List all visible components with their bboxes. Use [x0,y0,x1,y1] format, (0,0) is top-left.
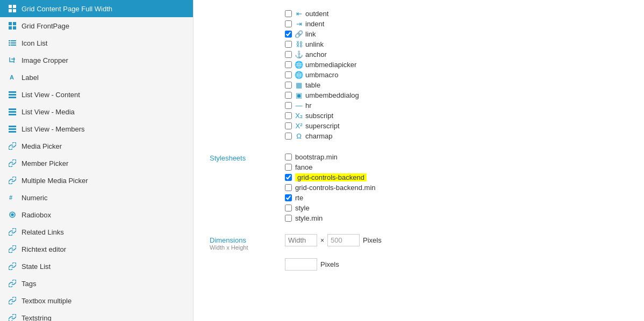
label-umbmacro[interactable]: 🌐umbmacro [295,71,338,79]
sidebar-item-richtext-editor[interactable]: Richtext editor [0,240,193,258]
sidebar-item-state-list[interactable]: State List [0,258,193,275]
sidebar-item-label: Media Picker [22,142,62,150]
label-text-umbmacro: umbmacro [305,71,338,79]
label-link[interactable]: 🔗link [295,30,316,38]
sidebar-item-radiobox[interactable]: Radiobox [0,206,193,223]
ss-label-style-min[interactable]: style.min [295,214,323,222]
sidebar-item-grid-content-full[interactable]: Grid Content Page Full Width [0,0,193,17]
checkbox-indent[interactable] [285,20,292,27]
sidebar-item-label: Icon List [22,39,47,47]
stylesheet-checkbox-grid-controls-backend: grid-controls-backend [285,172,628,183]
ss-label-bootstrap-min[interactable]: bootstrap.min [295,153,338,161]
sidebar-item-tags[interactable]: Tags [0,275,193,292]
sidebar-item-label: Radiobox [22,211,51,219]
label-table[interactable]: ▦table [295,81,320,89]
sidebar-item-grid-frontpage[interactable]: Grid FrontPage [0,17,193,34]
label-text-subscript: subscript [305,112,333,120]
svg-rect-5 [13,22,16,25]
pixels-label: Pixels [320,260,339,268]
label-indent[interactable]: ⇥indent [295,20,324,28]
ss-checkbox-style-min[interactable] [285,215,292,222]
dimensions-controls: × Pixels [285,234,628,246]
ss-label-text-style-min: style.min [295,214,323,222]
sidebar-item-label: Grid Content Page Full Width [22,5,112,13]
icon-umbembeddialog: ▣ [295,92,303,99]
sidebar-icon-textstring [8,313,17,321]
sidebar-item-label: Textbox multiple [22,297,71,305]
checkbox-umbmacro[interactable] [285,71,292,78]
sidebar-item-list-view-media[interactable]: List View - Media [0,103,193,120]
label-umbembeddialog[interactable]: ▣umbembeddialog [295,91,359,99]
ss-checkbox-rte[interactable] [285,194,292,201]
sidebar-icon-member-picker [8,158,17,168]
stylesheet-checkbox-rte: rte [285,193,628,203]
sidebar-item-related-links[interactable]: Related Links [0,223,193,240]
checkbox-charmap[interactable] [285,133,292,140]
svg-rect-22 [9,128,16,130]
stylesheet-checkbox-style-min: style.min [285,213,628,223]
ss-checkbox-grid-controls-backend[interactable] [285,174,292,181]
height-input[interactable] [327,234,360,246]
main-content: ⇤outdent⇥indent🔗link⛓unlink⚓anchor🌐umbme… [194,0,644,321]
sidebar-item-numeric[interactable]: #Numeric [0,189,193,206]
svg-rect-12 [9,45,10,46]
ss-label-grid-controls-backend-min[interactable]: grid-controls-backend.min [295,184,376,192]
ss-label-style[interactable]: style [295,204,310,212]
checkbox-umbembeddialog[interactable] [285,92,292,99]
checkbox-hr[interactable] [285,102,292,109]
label-subscript[interactable]: X₂subscript [295,112,333,120]
pixels-bottom-label: Pixels [285,258,339,271]
sidebar-item-image-cropper[interactable]: Image Cropper [0,52,193,69]
sidebar-icon-grid-content-full [8,4,17,13]
checkbox-anchor[interactable] [285,51,292,58]
toolbar-checkbox-hr: —hr [285,100,628,111]
svg-rect-11 [11,42,16,43]
ss-checkbox-bootstrap-min[interactable] [285,154,292,160]
sidebar-item-member-picker[interactable]: Member Picker [0,155,193,172]
label-umbmediapicker[interactable]: 🌐umbmediapicker [295,61,356,69]
width-input[interactable] [285,234,317,246]
label-charmap[interactable]: Ωcharmap [295,132,333,140]
ss-checkbox-grid-controls-backend-min[interactable] [285,184,292,191]
ss-checkbox-style[interactable] [285,205,292,211]
ss-checkbox-fanoe[interactable] [285,164,292,171]
toolbar-checkbox-table: ▦table [285,80,628,90]
sidebar-item-textbox-multiple[interactable]: Textbox multiple [0,292,193,309]
svg-rect-15 [9,91,16,93]
toolbar-checkbox-subscript: X₂subscript [285,111,628,121]
sidebar-item-list-view-members[interactable]: List View - Members [0,120,193,137]
ss-label-rte[interactable]: rte [295,194,303,202]
ss-label-fanoe[interactable]: fanoe [295,163,313,171]
checkbox-outdent[interactable] [285,10,292,17]
stylesheet-checkbox-fanoe: fanoe [285,162,628,172]
label-outdent[interactable]: ⇤outdent [295,10,328,18]
checkbox-table[interactable] [285,82,292,89]
icon-table: ▦ [295,82,303,89]
label-superscript[interactable]: X²superscript [295,122,340,130]
sidebar-item-label: Textstring [22,314,52,322]
sidebar-item-multiple-media-picker[interactable]: Multiple Media Picker [0,172,193,189]
width-bottom-input[interactable] [285,258,317,271]
checkbox-subscript[interactable] [285,112,292,119]
sidebar-item-icon-list[interactable]: Icon List [0,34,193,52]
label-hr[interactable]: —hr [295,101,312,110]
checkbox-link[interactable] [285,31,292,38]
toolbar-checkbox-link: 🔗link [285,29,628,39]
sidebar-item-list-view-content[interactable]: List View - Content [0,86,193,103]
sidebar-item-label: List View - Members [22,125,85,133]
label-unlink[interactable]: ⛓unlink [295,40,324,48]
checkbox-unlink[interactable] [285,41,292,48]
sidebar-item-media-picker[interactable]: Media Picker [0,137,193,155]
label-anchor[interactable]: ⚓anchor [295,50,327,59]
svg-rect-10 [9,42,10,43]
toolbar-controls: ⇤outdent⇥indent🔗link⛓unlink⚓anchor🌐umbme… [285,9,628,141]
icon-unlink: ⛓ [295,41,303,48]
sidebar-item-label[interactable]: ALabel [0,69,193,86]
sidebar-item-textstring[interactable]: Textstring [0,309,193,321]
toolbar-checkbox-umbmacro: 🌐umbmacro [285,70,628,80]
svg-rect-3 [13,9,16,12]
ss-label-grid-controls-backend[interactable]: grid-controls-backend [295,173,367,181]
checkbox-superscript[interactable] [285,122,292,129]
checkbox-umbmediapicker[interactable] [285,61,292,68]
pixels-bottom-row: Pixels [210,258,628,271]
